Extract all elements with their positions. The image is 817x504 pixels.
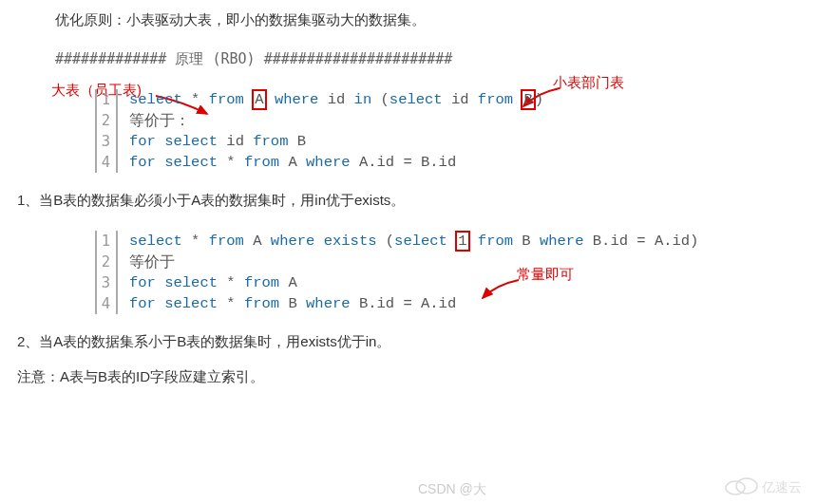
line-num: 3 — [97, 272, 118, 293]
point-2: 2、当A表的数据集系小于B表的数据集时，用exists优于in。 — [17, 333, 817, 351]
code-text: for select * from A — [118, 272, 297, 293]
line-num: 2 — [97, 252, 118, 272]
code-text: for select * from A where A.id = B.id — [118, 152, 456, 173]
code-text: select * from A where id in (select id f… — [118, 89, 543, 110]
note-text: 注意：A表与B表的ID字段应建立索引。 — [17, 368, 817, 386]
code-row: 4 for select * from B where B.id = A.id — [97, 293, 817, 314]
rbo-heading: ############# 原理 (RBO) #################… — [55, 50, 817, 68]
heading-title: 原理 (RBO) — [166, 50, 263, 67]
principle-text: 优化原则：小表驱动大表，即小的数据集驱动大的数据集。 — [55, 11, 817, 29]
line-num: 4 — [97, 152, 118, 173]
line-num: 1 — [97, 231, 118, 252]
code-row: 2 等价于： — [97, 110, 817, 131]
boxed-B: B — [521, 89, 535, 110]
cloud-icon: 亿速云 — [722, 475, 808, 499]
code-text: for select * from B where B.id = A.id — [118, 293, 456, 314]
code-row: 3 for select * from A — [97, 272, 817, 293]
code-row: 2 等价于 — [97, 252, 817, 272]
boxed-1: 1 — [455, 231, 469, 252]
point-1: 1、当B表的数据集必须小于A表的数据集时，用in优于exists。 — [17, 192, 817, 210]
code-text: select * from A where exists (select 1 f… — [118, 231, 698, 252]
line-num: 3 — [97, 131, 118, 152]
code-block-2: 1 select * from A where exists (select 1… — [95, 231, 817, 314]
boxed-A: A — [252, 89, 266, 110]
code-row: 4 for select * from A where A.id = B.id — [97, 152, 817, 173]
code-row: 1 select * from A where exists (select 1… — [97, 231, 817, 252]
line-num: 4 — [97, 293, 118, 314]
hash-left: ############# — [55, 50, 166, 67]
line-num: 2 — [97, 110, 118, 131]
watermark-logo: 亿速云 — [722, 475, 808, 502]
watermark-csdn: CSDN @大 — [418, 481, 486, 498]
code-row: 1 select * from A where id in (select id… — [97, 89, 817, 110]
code-row: 3 for select id from B — [97, 131, 817, 152]
svg-text:亿速云: 亿速云 — [761, 480, 802, 495]
hash-right: ###################### — [264, 50, 453, 67]
code-block-1: 1 select * from A where id in (select id… — [95, 89, 817, 173]
code-text: 等价于 — [118, 252, 175, 272]
svg-point-1 — [736, 478, 757, 494]
code-text: 等价于： — [118, 110, 190, 131]
code-text: for select id from B — [118, 131, 306, 152]
line-num: 1 — [97, 89, 118, 110]
